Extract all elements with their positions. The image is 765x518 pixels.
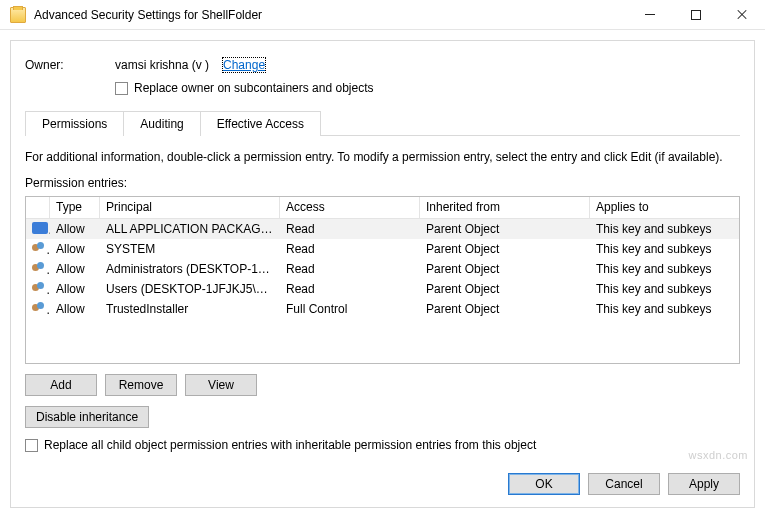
- cell-access: Read: [280, 222, 420, 236]
- maximize-button[interactable]: [673, 0, 719, 29]
- replace-owner-checkbox[interactable]: [115, 82, 128, 95]
- cell-inherited: Parent Object: [420, 222, 590, 236]
- ok-button[interactable]: OK: [508, 473, 580, 495]
- replace-all-label: Replace all child object permission entr…: [44, 438, 536, 452]
- tab-permissions[interactable]: Permissions: [25, 111, 124, 136]
- cell-applies: This key and subkeys: [590, 282, 739, 296]
- cell-type: Allow: [50, 262, 100, 276]
- col-icon[interactable]: [26, 197, 50, 219]
- cell-inherited: Parent Object: [420, 282, 590, 296]
- cell-principal: TrustedInstaller: [100, 302, 280, 316]
- people-icon: [32, 282, 46, 294]
- cell-access: Read: [280, 242, 420, 256]
- cell-type: Allow: [50, 222, 100, 236]
- cancel-button[interactable]: Cancel: [588, 473, 660, 495]
- maximize-icon: [691, 10, 701, 20]
- cell-principal: Users (DESKTOP-1JFJKJ5\Users): [100, 282, 280, 296]
- tabs: Permissions Auditing Effective Access: [25, 111, 740, 136]
- table-body: AllowALL APPLICATION PACKAGESReadParent …: [26, 219, 739, 319]
- cell-applies: This key and subkeys: [590, 242, 739, 256]
- package-icon: [32, 222, 48, 234]
- window-title: Advanced Security Settings for ShellFold…: [34, 8, 627, 22]
- col-type[interactable]: Type: [50, 197, 100, 219]
- folder-icon: [10, 7, 26, 23]
- people-icon: [32, 242, 46, 254]
- tab-effective-access[interactable]: Effective Access: [200, 111, 321, 136]
- cell-access: Full Control: [280, 302, 420, 316]
- table-row[interactable]: AllowTrustedInstallerFull ControlParent …: [26, 299, 739, 319]
- cell-access: Read: [280, 282, 420, 296]
- apply-button[interactable]: Apply: [668, 473, 740, 495]
- replace-owner-label: Replace owner on subcontainers and objec…: [134, 81, 373, 95]
- tab-auditing[interactable]: Auditing: [123, 111, 200, 136]
- disable-inheritance-button[interactable]: Disable inheritance: [25, 406, 149, 428]
- col-inherited[interactable]: Inherited from: [420, 197, 590, 219]
- replace-all-checkbox[interactable]: [25, 439, 38, 452]
- table-row[interactable]: AllowALL APPLICATION PACKAGESReadParent …: [26, 219, 739, 239]
- cell-inherited: Parent Object: [420, 242, 590, 256]
- watermark: wsxdn.com: [688, 449, 748, 461]
- owner-label: Owner:: [25, 58, 115, 72]
- table-header: Type Principal Access Inherited from App…: [26, 197, 739, 219]
- people-icon: [32, 302, 46, 314]
- info-text: For additional information, double-click…: [25, 150, 740, 164]
- permission-entries-label: Permission entries:: [25, 176, 740, 190]
- col-applies[interactable]: Applies to: [590, 197, 739, 219]
- cell-applies: This key and subkeys: [590, 302, 739, 316]
- titlebar: Advanced Security Settings for ShellFold…: [0, 0, 765, 30]
- col-access[interactable]: Access: [280, 197, 420, 219]
- cell-type: Allow: [50, 282, 100, 296]
- minimize-icon: [645, 14, 655, 15]
- cell-type: Allow: [50, 242, 100, 256]
- cell-applies: This key and subkeys: [590, 262, 739, 276]
- cell-principal: SYSTEM: [100, 242, 280, 256]
- main-panel: Owner: vamsi krishna (v ) Change Replace…: [10, 40, 755, 508]
- change-owner-link[interactable]: Change: [223, 58, 265, 72]
- cell-principal: Administrators (DESKTOP-1JF...: [100, 262, 280, 276]
- cell-principal: ALL APPLICATION PACKAGES: [100, 222, 280, 236]
- col-principal[interactable]: Principal: [100, 197, 280, 219]
- minimize-button[interactable]: [627, 0, 673, 29]
- table-row[interactable]: AllowAdministrators (DESKTOP-1JF...ReadP…: [26, 259, 739, 279]
- table-row[interactable]: AllowUsers (DESKTOP-1JFJKJ5\Users)ReadPa…: [26, 279, 739, 299]
- permissions-table: Type Principal Access Inherited from App…: [25, 196, 740, 364]
- people-icon: [32, 262, 46, 274]
- remove-button[interactable]: Remove: [105, 374, 177, 396]
- cell-inherited: Parent Object: [420, 262, 590, 276]
- cell-inherited: Parent Object: [420, 302, 590, 316]
- cell-type: Allow: [50, 302, 100, 316]
- close-icon: [736, 9, 748, 21]
- owner-value: vamsi krishna (v ): [115, 58, 209, 72]
- table-row[interactable]: AllowSYSTEMReadParent ObjectThis key and…: [26, 239, 739, 259]
- cell-applies: This key and subkeys: [590, 222, 739, 236]
- view-button[interactable]: View: [185, 374, 257, 396]
- add-button[interactable]: Add: [25, 374, 97, 396]
- cell-access: Read: [280, 262, 420, 276]
- close-button[interactable]: [719, 0, 765, 29]
